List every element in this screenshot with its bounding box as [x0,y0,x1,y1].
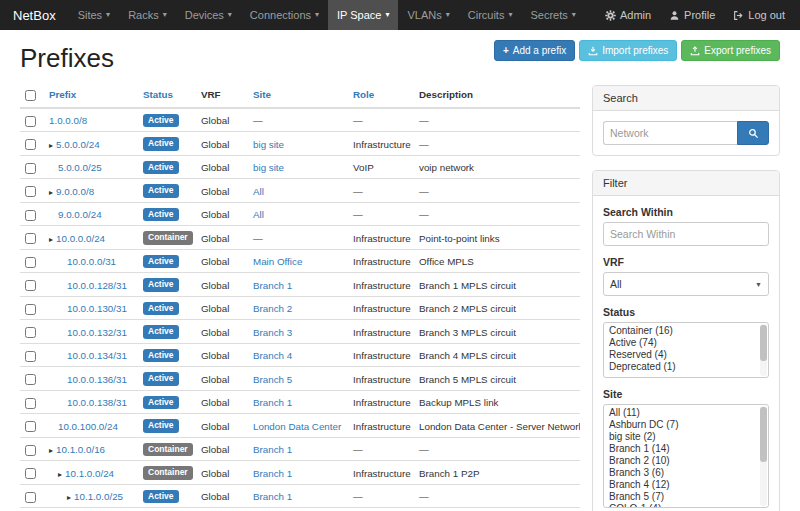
chevron-down-icon: ▾ [228,11,232,19]
listbox-option[interactable]: COLO-1 (4) [604,503,768,508]
site-link[interactable]: Branch 4 [253,350,292,361]
search-input[interactable] [603,121,737,145]
listbox-option[interactable]: Reserved (4) [604,349,768,361]
prefix-link[interactable]: 10.0.0.130/31 [67,303,127,314]
listbox-option[interactable]: Branch 2 (10) [604,455,768,467]
row-checkbox[interactable] [25,327,36,338]
nav-item-connections[interactable]: Connections▾ [241,0,328,30]
prefix-link[interactable]: 10.0.100.0/24 [58,421,118,432]
site-link[interactable]: All [253,209,264,220]
column-header-status[interactable]: Status [138,85,196,108]
listbox-option[interactable]: Branch 1 (14) [604,443,768,455]
row-checkbox[interactable] [25,398,36,409]
listbox-option[interactable]: Deprecated (1) [604,361,768,373]
row-checkbox[interactable] [25,351,36,362]
prefix-link[interactable]: 10.0.0.0/31 [67,256,116,267]
column-header-description: Description [414,85,580,108]
column-header-site[interactable]: Site [248,85,348,108]
prefix-link[interactable]: 5.0.0.0/24 [56,139,100,150]
scrollbar-thumb[interactable] [760,407,767,462]
listbox-option[interactable]: Branch 4 (12) [604,479,768,491]
select-all-checkbox[interactable] [25,90,36,101]
nav-item-devices[interactable]: Devices▾ [176,0,241,30]
prefix-link[interactable]: 1.0.0.0/8 [49,115,87,126]
site-link[interactable]: Branch 1 [253,444,292,455]
chevron-down-icon: ▾ [385,11,389,19]
column-header-role[interactable]: Role [348,85,414,108]
row-checkbox[interactable] [25,139,36,150]
column-header-prefix[interactable]: Prefix [44,85,138,108]
prefix-link[interactable]: 10.1.0.0/24 [65,468,114,479]
site-link[interactable]: big site [253,162,284,173]
site-link[interactable]: Branch 2 [253,303,292,314]
listbox-option[interactable]: Active (74) [604,337,768,349]
add-prefix-button[interactable]: + Add a prefix [494,40,575,61]
status-cell: Active [138,108,196,132]
export-prefixes-button[interactable]: Export prefixes [681,40,780,61]
row-checkbox[interactable] [25,210,36,221]
search-within-input[interactable] [603,222,769,246]
site-link[interactable]: Branch 5 [253,374,292,385]
listbox-option[interactable]: Branch 3 (6) [604,467,768,479]
scrollbar[interactable] [760,324,767,376]
site-link[interactable]: Branch 3 [253,327,292,338]
scrollbar[interactable] [760,406,767,506]
prefix-link[interactable]: 10.0.0.132/31 [67,327,127,338]
nav-item-profile[interactable]: Profile [660,0,724,30]
chevron-down-icon: ▾ [106,11,110,19]
row-checkbox[interactable] [25,163,36,174]
vrf-select[interactable]: All ▼ [603,272,769,296]
row-checkbox[interactable] [25,374,36,385]
nav-item-logout[interactable]: Log out [724,0,794,30]
row-checkbox[interactable] [25,304,36,315]
site-link[interactable]: Main Office [253,256,302,267]
row-checkbox[interactable] [25,233,36,244]
listbox-option[interactable]: All (11) [604,407,768,419]
listbox-option[interactable]: Branch 5 (7) [604,491,768,503]
prefix-link[interactable]: 10.0.0.128/31 [67,280,127,291]
site-link[interactable]: All [253,186,264,197]
site-link[interactable]: Branch 1 [253,397,292,408]
listbox-option[interactable]: Ashburn DC (7) [604,419,768,431]
site-link[interactable]: London Data Center [253,421,341,432]
prefix-link[interactable]: 5.0.0.0/25 [58,162,102,173]
site-cell: London Data Center [248,414,348,438]
site-link[interactable]: Branch 1 [253,280,292,291]
nav-item-secrets[interactable]: Secrets▾ [521,0,584,30]
row-checkbox[interactable] [25,445,36,456]
export-prefixes-label: Export prefixes [704,45,771,56]
row-checkbox[interactable] [25,186,36,197]
nav-item-racks[interactable]: Racks▾ [119,0,176,30]
nav-item-ip-space[interactable]: IP Space▾ [328,0,398,30]
prefix-link[interactable]: 10.0.0.134/31 [67,350,127,361]
nav-item-circuits[interactable]: Circuits▾ [459,0,522,30]
site-link[interactable]: Branch 1 [253,468,292,479]
row-checkbox[interactable] [25,421,36,432]
prefix-link[interactable]: 10.0.0.138/31 [67,397,127,408]
listbox-option[interactable]: Container (16) [604,325,768,337]
row-checkbox[interactable] [25,468,36,479]
app-logo[interactable]: NetBox [0,0,69,30]
row-checkbox[interactable] [25,116,36,127]
nav-item-admin[interactable]: Admin [596,0,660,30]
row-checkbox[interactable] [25,257,36,268]
listbox-option[interactable]: big site (2) [604,431,768,443]
prefix-link[interactable]: 9.0.0.0/8 [56,186,94,197]
nav-item-vlans[interactable]: VLANs▾ [398,0,458,30]
site-link[interactable]: big site [253,139,284,150]
prefix-link[interactable]: 10.0.0.136/31 [67,374,127,385]
site-link[interactable]: Branch 1 [253,491,292,502]
row-checkbox[interactable] [25,492,36,503]
nav-item-sites[interactable]: Sites▾ [69,0,119,30]
prefix-link[interactable]: 10.0.0.0/24 [56,233,105,244]
scrollbar-thumb[interactable] [760,325,767,361]
search-button[interactable] [737,121,769,145]
prefix-link[interactable]: 10.1.0.0/16 [56,444,105,455]
import-prefixes-button[interactable]: Import prefixes [579,40,677,61]
prefix-link[interactable]: 9.0.0.0/24 [58,209,102,220]
role-cell: Infrastructure [348,320,414,344]
row-checkbox[interactable] [25,280,36,291]
table-row: 10.0.0.134/31ActiveGlobalBranch 4Infrast… [20,343,580,367]
prefix-link[interactable]: 10.1.0.0/25 [74,491,123,502]
status-badge: Active [143,137,179,151]
